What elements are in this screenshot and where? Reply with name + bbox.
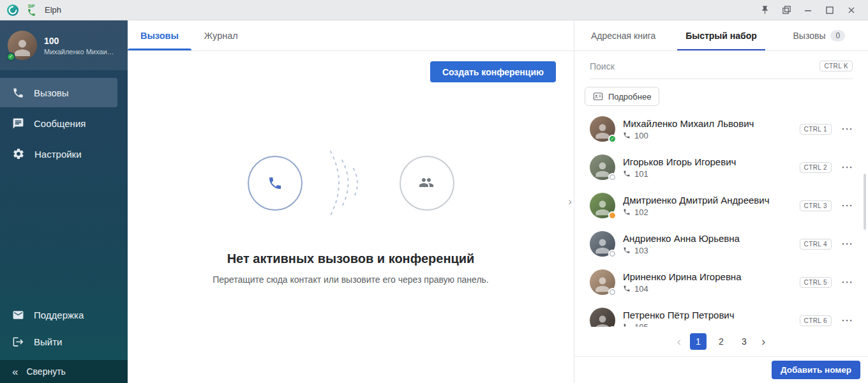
phone-icon bbox=[623, 131, 631, 139]
shortcut-badge: CTRL 6 bbox=[800, 315, 832, 326]
minimize-icon[interactable] bbox=[803, 5, 813, 15]
details-button[interactable]: Подробнее bbox=[585, 87, 659, 106]
close-icon[interactable] bbox=[846, 5, 857, 15]
shortcut-badge: CTRL 4 bbox=[800, 239, 832, 250]
right-panel-footer: Добавить номер bbox=[574, 356, 868, 383]
contact-row[interactable]: Игорьков Игорь Игоревич 101 CTRL 2 ⋯ bbox=[574, 148, 868, 186]
app-logo-icon bbox=[6, 4, 19, 17]
contact-number: 104 bbox=[634, 284, 648, 294]
search-bar: CTRL K bbox=[590, 54, 853, 79]
empty-state: Нет активных вызовов и конференций Перет… bbox=[128, 138, 574, 285]
contact-name: Петренко Пётр Петрович bbox=[623, 310, 792, 320]
add-number-button[interactable]: Добавить номер bbox=[772, 361, 860, 379]
empty-state-subtitle: Перетащите сюда контакт или вызовите его… bbox=[213, 274, 489, 285]
status-badge bbox=[608, 173, 617, 181]
avatar bbox=[590, 308, 615, 327]
window-controls bbox=[760, 5, 862, 15]
right-panel: Адресная книга Быстрый набор Вызовы 0 CT… bbox=[574, 20, 868, 383]
right-panel-tabs: Адресная книга Быстрый набор Вызовы 0 bbox=[574, 20, 868, 51]
gear-icon bbox=[12, 147, 25, 160]
page-button-3[interactable]: 3 bbox=[736, 333, 752, 350]
empty-calls-illustration bbox=[230, 138, 472, 229]
page-prev-icon[interactable]: ‹ bbox=[675, 334, 684, 349]
sidebar-item-label: Выйти bbox=[34, 336, 62, 347]
status-badge: ✓ bbox=[608, 135, 617, 143]
shortcut-badge: CTRL 1 bbox=[800, 124, 832, 135]
more-menu-icon[interactable]: ⋯ bbox=[840, 313, 854, 327]
panel-toggle-chevron[interactable]: › bbox=[564, 193, 576, 211]
search-shortcut-badge: CTRL K bbox=[819, 61, 853, 71]
sidebar-item-logout[interactable]: Выйти bbox=[0, 328, 117, 355]
phone-icon bbox=[623, 285, 631, 292]
phone-icon bbox=[623, 170, 631, 177]
tab-speed-dial[interactable]: Быстрый набор bbox=[672, 20, 770, 50]
maximize-icon[interactable] bbox=[825, 5, 835, 15]
sidebar-item-support[interactable]: Поддержка bbox=[0, 301, 117, 328]
sidebar: ✓ 100 Михайленко Михаи… Вызовы Сообщения bbox=[0, 20, 128, 383]
more-menu-icon[interactable]: ⋯ bbox=[840, 237, 854, 251]
app-window: SIP Elph bbox=[0, 0, 868, 383]
sidebar-item-label: Поддержка bbox=[34, 310, 84, 320]
contact-number: 102 bbox=[634, 207, 648, 217]
main-tabs: Вызовы Журнал bbox=[128, 20, 574, 51]
calls-count-badge: 0 bbox=[830, 30, 845, 41]
collapse-label: Свернуть bbox=[26, 366, 65, 377]
sidebar-nav: Вызовы Сообщения Настройки bbox=[0, 78, 128, 169]
contact-name: Ириненко Ирина Игоревна bbox=[623, 271, 792, 282]
contact-row[interactable]: Андриенко Анна Юрьевна 103 CTRL 4 ⋯ bbox=[574, 225, 868, 263]
contact-number: 100 bbox=[634, 131, 648, 140]
avatar bbox=[590, 269, 615, 295]
tab-address-book[interactable]: Адресная книга bbox=[574, 20, 672, 50]
profile-name: Михайленко Михаи… bbox=[44, 48, 114, 56]
page-button-2[interactable]: 2 bbox=[713, 333, 730, 350]
tab-label: Журнал bbox=[204, 31, 238, 41]
sidebar-item-calls[interactable]: Вызовы bbox=[0, 78, 117, 107]
empty-state-title: Нет активных вызовов и конференций bbox=[227, 252, 475, 266]
contact-row[interactable]: Петренко Пётр Петрович 105 CTRL 6 ⋯ bbox=[574, 301, 868, 327]
contact-name: Андриенко Анна Юрьевна bbox=[623, 233, 792, 244]
phone-icon bbox=[12, 87, 24, 99]
shortcut-badge: CTRL 5 bbox=[800, 277, 832, 288]
scrollbar-thumb[interactable] bbox=[864, 174, 866, 230]
sidebar-item-settings[interactable]: Настройки bbox=[0, 139, 117, 169]
create-conference-button[interactable]: Создать конференцию bbox=[430, 61, 556, 82]
search-input[interactable] bbox=[590, 61, 813, 71]
mail-icon bbox=[12, 309, 24, 321]
main-area: Вызовы Журнал Создать конференцию bbox=[128, 20, 574, 383]
collapse-icon: « bbox=[12, 366, 18, 377]
profile-extension: 100 bbox=[44, 36, 114, 46]
page-next-icon[interactable]: › bbox=[759, 334, 768, 349]
tab-label: Адресная книга bbox=[591, 31, 655, 41]
contact-row[interactable]: ✓ Михайленко Михаил Львович 100 CTRL 1 ⋯ bbox=[574, 110, 868, 148]
page-button-1[interactable]: 1 bbox=[690, 333, 707, 350]
sidebar-item-messages[interactable]: Сообщения bbox=[0, 109, 117, 138]
always-on-top-icon[interactable] bbox=[781, 5, 791, 15]
chat-icon bbox=[12, 117, 24, 130]
contact-row[interactable]: Ириненко Ирина Игоревна 104 CTRL 5 ⋯ bbox=[574, 263, 868, 301]
contact-name: Дмитриенко Дмитрий Андреевич bbox=[623, 195, 792, 206]
sidebar-item-label: Настройки bbox=[34, 149, 82, 160]
more-menu-icon[interactable]: ⋯ bbox=[840, 199, 854, 213]
contact-name: Игорьков Игорь Игоревич bbox=[623, 156, 792, 167]
collapse-sidebar-button[interactable]: « Свернуть bbox=[0, 360, 128, 383]
more-menu-icon[interactable]: ⋯ bbox=[840, 160, 854, 174]
tab-calls[interactable]: Вызовы bbox=[128, 20, 191, 50]
pin-icon[interactable] bbox=[760, 5, 770, 15]
profile-card[interactable]: ✓ 100 Михайленко Михаи… bbox=[0, 20, 128, 70]
avatar: ✓ bbox=[8, 31, 37, 60]
phone-icon bbox=[623, 208, 631, 216]
contact-number: 101 bbox=[634, 169, 648, 179]
app-title: Elph bbox=[45, 5, 61, 15]
tab-label: Вызовы bbox=[793, 31, 826, 41]
shortcut-badge: CTRL 2 bbox=[800, 162, 832, 173]
contact-row[interactable]: Дмитриенко Дмитрий Андреевич 102 CTRL 3 … bbox=[574, 186, 868, 225]
tab-calls-right[interactable]: Вызовы 0 bbox=[770, 20, 868, 50]
tab-label: Вызовы bbox=[140, 31, 179, 41]
details-button-label: Подробнее bbox=[608, 92, 651, 101]
tab-journal[interactable]: Журнал bbox=[191, 20, 251, 50]
status-badge bbox=[608, 288, 617, 296]
titlebar: SIP Elph bbox=[0, 0, 868, 20]
more-menu-icon[interactable]: ⋯ bbox=[840, 275, 854, 289]
sidebar-footer: Поддержка Выйти « Свернуть bbox=[0, 301, 128, 383]
more-menu-icon[interactable]: ⋯ bbox=[840, 122, 854, 136]
